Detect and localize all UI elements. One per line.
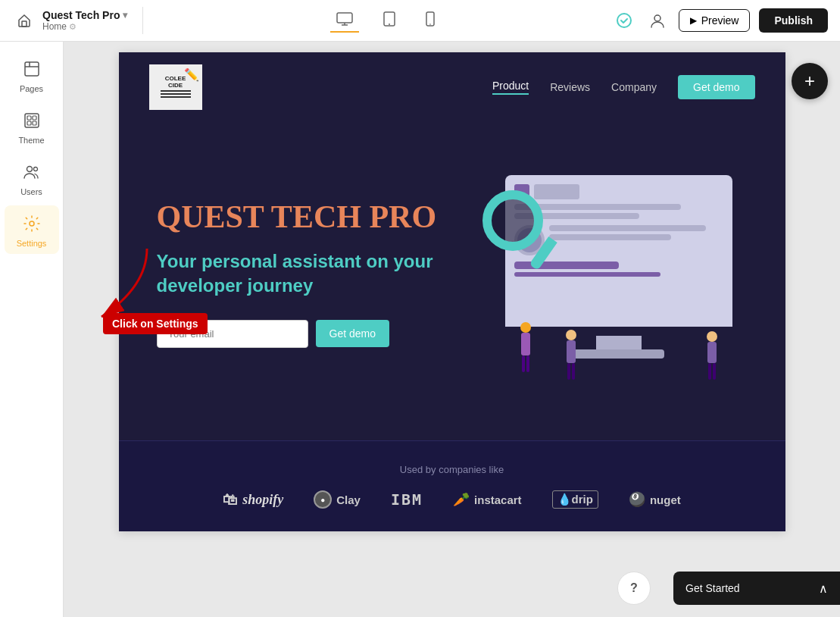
nav-get-demo-button[interactable]: Get demo xyxy=(678,75,754,99)
sidebar-item-pages[interactable]: Pages xyxy=(5,51,59,99)
svg-rect-16 xyxy=(27,121,31,125)
preview-button[interactable]: ▶ Preview xyxy=(679,9,751,32)
theme-label: Theme xyxy=(18,136,44,145)
svg-point-8 xyxy=(617,14,631,27)
site-name[interactable]: Quest Tech Pro ▾ xyxy=(42,9,127,21)
hero-section: QUEST TECH PRO Your personal assistant o… xyxy=(119,122,785,440)
svg-rect-10 xyxy=(25,62,39,76)
shopify-logo: 🛍 shopify xyxy=(223,491,283,509)
users-label: Users xyxy=(20,187,42,196)
person-figure-3 xyxy=(707,331,717,380)
hero-form: Get demo xyxy=(157,320,475,348)
main-layout: Pages Theme xyxy=(0,42,840,617)
users-icon xyxy=(20,160,44,184)
companies-logos: 🛍 shopify ● Clay IBM 🥕 instacart xyxy=(149,490,755,509)
svg-rect-15 xyxy=(33,116,36,120)
svg-point-18 xyxy=(27,167,32,172)
sidebar-item-users[interactable]: Users xyxy=(5,154,59,202)
nav-product-link[interactable]: Product xyxy=(492,80,529,95)
settings-label: Settings xyxy=(17,239,47,248)
companies-section: Used by companies like 🛍 shopify ● Clay … xyxy=(119,440,785,531)
publish-button[interactable]: Publish xyxy=(759,8,828,33)
svg-point-19 xyxy=(33,168,37,171)
svg-point-20 xyxy=(30,221,34,226)
get-started-bar[interactable]: Get Started ∧ xyxy=(673,572,840,605)
pages-icon xyxy=(20,57,44,81)
mobile-device-btn[interactable] xyxy=(420,8,441,33)
nav-reviews-link[interactable]: Reviews xyxy=(550,81,590,93)
device-switcher xyxy=(158,8,611,33)
sidebar-item-theme[interactable]: Theme xyxy=(5,102,59,151)
svg-point-9 xyxy=(654,15,660,21)
sidebar-item-settings[interactable]: Settings xyxy=(5,205,59,254)
fab-add-button[interactable]: + xyxy=(792,63,828,99)
svg-rect-13 xyxy=(25,114,39,127)
person-figure-1 xyxy=(520,322,531,372)
svg-point-7 xyxy=(429,23,431,25)
website-preview: COLEECIDE ✏️ Product Reviews Company Get… xyxy=(119,52,785,531)
monitor-stand xyxy=(596,336,642,351)
drip-logo: 💧drip xyxy=(552,490,598,509)
site-navbar: COLEECIDE ✏️ Product Reviews Company Get… xyxy=(119,52,785,122)
sidebar: Pages Theme xyxy=(0,42,64,617)
topbar: Quest Tech Pro ▾ Home ⚙ xyxy=(0,0,840,42)
home-icon[interactable] xyxy=(12,8,36,33)
canvas-area: + COLEECIDE ✏️ Product xyxy=(64,42,840,617)
clay-logo: ● Clay xyxy=(314,490,361,509)
hero-email-input[interactable] xyxy=(157,320,308,348)
instacart-logo: 🥕 instacart xyxy=(453,491,522,508)
companies-label: Used by companies like xyxy=(149,464,755,475)
get-started-text: Get Started xyxy=(685,582,740,594)
settings-icon xyxy=(20,211,44,236)
person-figure-2 xyxy=(566,330,576,380)
ibm-logo: IBM xyxy=(391,490,423,509)
chevron-up-icon: ∧ xyxy=(819,581,828,596)
svg-rect-14 xyxy=(27,116,31,120)
nav-company-link[interactable]: Company xyxy=(611,81,657,93)
status-icon-btn[interactable] xyxy=(612,8,636,33)
monitor-base xyxy=(573,349,664,359)
site-nav-links: Product Reviews Company Get demo xyxy=(492,75,755,99)
magnify-glass-illustration xyxy=(482,190,566,274)
theme-icon xyxy=(20,108,44,133)
user-icon-btn[interactable] xyxy=(645,8,670,33)
site-name-wrap: Quest Tech Pro ▾ Home ⚙ xyxy=(42,9,127,32)
desktop-device-btn[interactable] xyxy=(330,9,359,33)
pages-label: Pages xyxy=(20,84,43,93)
topbar-divider xyxy=(142,7,143,34)
hero-get-demo-button[interactable]: Get demo xyxy=(316,320,389,347)
hero-illustration xyxy=(475,168,748,380)
topbar-right: ▶ Preview Publish xyxy=(612,8,828,33)
svg-rect-1 xyxy=(337,13,352,23)
topbar-left: Quest Tech Pro ▾ Home ⚙ xyxy=(12,8,127,33)
hero-left: QUEST TECH PRO Your personal assistant o… xyxy=(157,199,475,348)
svg-point-5 xyxy=(389,23,390,25)
site-logo: COLEECIDE ✏️ xyxy=(149,64,202,110)
hero-title: QUEST TECH PRO xyxy=(157,199,475,234)
svg-rect-0 xyxy=(22,21,27,27)
hero-subtitle: Your personal assistant on your develope… xyxy=(157,249,475,296)
tablet-device-btn[interactable] xyxy=(377,8,401,33)
help-button[interactable]: ? xyxy=(617,572,651,605)
nuget-logo: 🎱 nuget xyxy=(629,491,681,508)
site-sub: Home ⚙ xyxy=(42,21,127,32)
svg-rect-17 xyxy=(33,121,36,125)
